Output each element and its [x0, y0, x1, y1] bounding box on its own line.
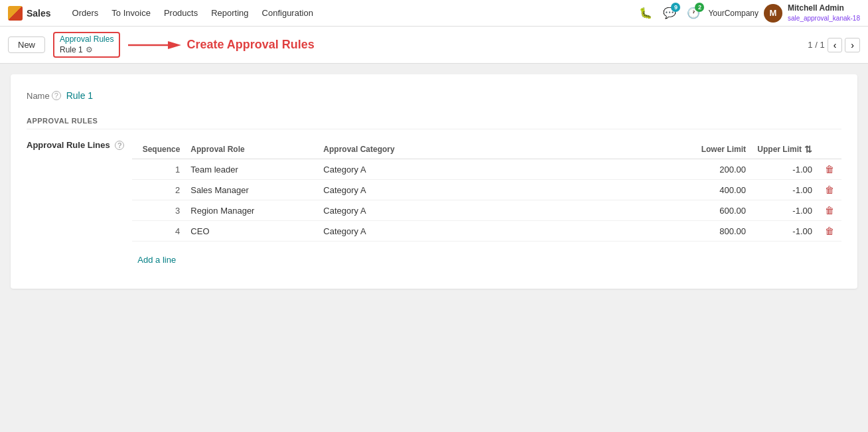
delete-row-button[interactable]: 🗑	[823, 184, 836, 195]
row-role: Region Manager	[185, 200, 318, 221]
page-counter: 1 / 1	[808, 40, 824, 50]
app-logo[interactable]: Sales	[8, 6, 62, 21]
table-row: 4 CEO Category A 800.00 -1.00 🗑	[132, 221, 841, 242]
row-delete-cell: 🗑	[818, 159, 841, 180]
name-field-row: Name ? Rule 1	[27, 90, 841, 101]
action-bar: New Approval Rules Rule 1 ⚙ Create Appro…	[0, 27, 868, 64]
logo-icon	[8, 6, 23, 21]
menu-products[interactable]: Products	[159, 5, 203, 21]
row-upper-limit: -1.00	[751, 180, 818, 200]
create-label: Create Approval Rules	[186, 38, 314, 52]
user-name: Mitchell Admin	[788, 3, 860, 14]
row-seq: 4	[132, 221, 185, 242]
breadcrumb-current: Rule 1 ⚙	[60, 45, 113, 56]
name-label: Name ?	[27, 91, 61, 101]
table-row: 2 Sales Manager Category A 400.00 -1.00 …	[132, 180, 841, 200]
activity-badge: 2	[695, 3, 704, 12]
col-header-role: Approval Role	[185, 140, 318, 159]
approval-lines-table-wrapper: Sequence Approval Role Approval Category…	[132, 140, 841, 267]
table-row: 1 Team leader Category A 200.00 -1.00 🗑	[132, 159, 841, 180]
row-lower-limit: 800.00	[672, 221, 751, 242]
rule-lines-help-icon[interactable]: ?	[115, 141, 124, 150]
delete-row-button[interactable]: 🗑	[823, 164, 836, 175]
bug-icon: 🐛	[639, 7, 652, 19]
next-page-button[interactable]: ›	[845, 38, 860, 52]
row-seq: 2	[132, 180, 185, 200]
approval-rule-lines-label: Approval Rule Lines ?	[27, 140, 124, 150]
add-line-button[interactable]: Add a line	[132, 252, 181, 267]
new-button[interactable]: New	[8, 36, 45, 53]
col-header-lower: Lower Limit	[672, 140, 751, 159]
arrow-icon	[128, 37, 181, 53]
row-upper-limit: -1.00	[751, 221, 818, 242]
row-upper-limit: -1.00	[751, 159, 818, 180]
pagination: 1 / 1 ‹ ›	[808, 38, 860, 52]
menu-reporting[interactable]: Reporting	[206, 5, 253, 21]
topnav-right: 🐛 💬 9 🕐 2 YourCompany M Mitchell Admin s…	[636, 3, 860, 23]
row-seq: 3	[132, 200, 185, 221]
row-lower-limit: 600.00	[672, 200, 751, 221]
user-info: Mitchell Admin sale_approval_kanak-18	[788, 3, 860, 23]
bug-button[interactable]: 🐛	[636, 4, 655, 23]
col-header-category: Approval Category	[318, 140, 672, 159]
menu-configuration[interactable]: Configuration	[257, 5, 319, 21]
row-category: Category A	[318, 180, 672, 200]
main-menu: Orders To Invoice Products Reporting Con…	[67, 5, 637, 21]
chat-button[interactable]: 💬 9	[660, 4, 679, 23]
arrow-container: Create Approval Rules	[128, 37, 314, 53]
row-seq: 1	[132, 159, 185, 180]
col-header-actions	[818, 140, 841, 159]
svg-marker-1	[168, 41, 181, 49]
gear-icon[interactable]: ⚙	[86, 45, 93, 56]
breadcrumb-box: Approval Rules Rule 1 ⚙	[53, 32, 120, 58]
section-title: APPROVAL RULES	[27, 117, 841, 129]
main-content: Name ? Rule 1 APPROVAL RULES Approval Ru…	[0, 64, 868, 299]
avatar: M	[764, 4, 782, 23]
row-lower-limit: 400.00	[672, 180, 751, 200]
row-category: Category A	[318, 200, 672, 221]
row-category: Category A	[318, 221, 672, 242]
chat-badge: 9	[671, 3, 680, 12]
name-help-icon[interactable]: ?	[52, 91, 61, 100]
company-name: YourCompany	[708, 9, 759, 18]
col-header-upper: Upper Limit ⇅	[751, 140, 818, 159]
row-delete-cell: 🗑	[818, 180, 841, 200]
delete-row-button[interactable]: 🗑	[823, 226, 836, 236]
row-category: Category A	[318, 159, 672, 180]
delete-row-button[interactable]: 🗑	[823, 205, 836, 216]
user-subtitle: sale_approval_kanak-18	[788, 14, 860, 23]
prev-page-button[interactable]: ‹	[828, 38, 843, 52]
menu-to-invoice[interactable]: To Invoice	[106, 5, 156, 21]
approval-table: Sequence Approval Role Approval Category…	[132, 140, 841, 242]
row-lower-limit: 200.00	[672, 159, 751, 180]
col-header-sequence: Sequence	[132, 140, 185, 159]
name-value: Rule 1	[66, 90, 93, 101]
row-role: Team leader	[185, 159, 318, 180]
menu-orders[interactable]: Orders	[67, 5, 104, 21]
table-row: 3 Region Manager Category A 600.00 -1.00…	[132, 200, 841, 221]
app-name: Sales	[27, 8, 51, 19]
activity-button[interactable]: 🕐 2	[684, 4, 703, 23]
breadcrumb-parent-link[interactable]: Approval Rules	[60, 35, 113, 45]
row-delete-cell: 🗑	[818, 221, 841, 242]
row-upper-limit: -1.00	[751, 200, 818, 221]
row-delete-cell: 🗑	[818, 200, 841, 221]
row-role: Sales Manager	[185, 180, 318, 200]
row-role: CEO	[185, 221, 318, 242]
breadcrumb-current-label: Rule 1	[60, 45, 83, 56]
form-card: Name ? Rule 1 APPROVAL RULES Approval Ru…	[11, 74, 857, 289]
top-navbar: Sales Orders To Invoice Products Reporti…	[0, 0, 868, 27]
adjust-columns-icon[interactable]: ⇅	[804, 144, 812, 155]
